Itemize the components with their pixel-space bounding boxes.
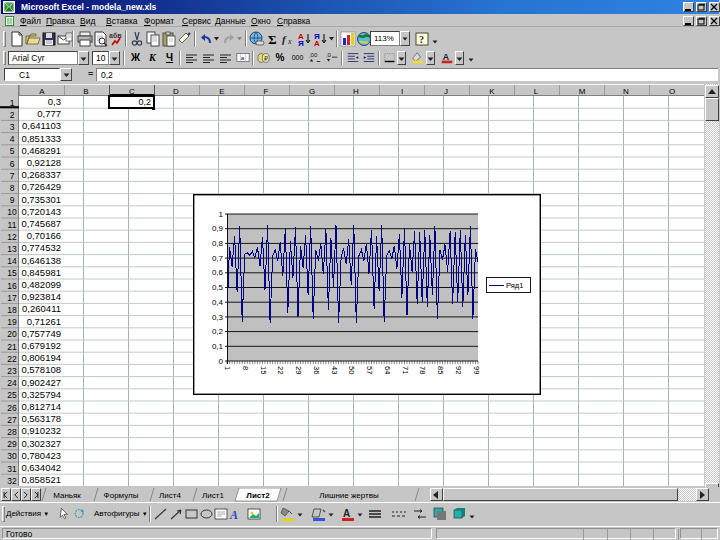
svg-text:14: 14	[7, 256, 17, 266]
svg-text:20: 20	[7, 329, 17, 339]
svg-text:A: A	[39, 87, 45, 96]
svg-text:А: А	[443, 52, 450, 62]
svg-text:0,7: 0,7	[212, 254, 224, 263]
svg-text:А: А	[229, 508, 238, 522]
svg-text:D: D	[173, 87, 179, 96]
svg-text:3: 3	[10, 122, 15, 132]
svg-text:M: M	[579, 87, 586, 96]
svg-text:1: 1	[10, 98, 15, 108]
svg-text:25: 25	[7, 390, 17, 400]
svg-text:Лист1: Лист1	[202, 491, 224, 500]
svg-text:92: 92	[454, 366, 463, 374]
svg-text:50: 50	[347, 366, 356, 374]
svg-text:78: 78	[418, 366, 427, 374]
svg-text:,0: ,0	[326, 51, 332, 58]
svg-text:9: 9	[10, 195, 15, 205]
svg-text:O: O	[669, 87, 675, 96]
svg-text:64: 64	[383, 366, 392, 374]
svg-text:22: 22	[7, 354, 17, 364]
svg-text:0,9: 0,9	[212, 224, 224, 233]
svg-text:0,8: 0,8	[212, 239, 224, 248]
svg-text:H: H	[353, 87, 359, 96]
svg-text:F: F	[264, 87, 269, 96]
svg-text:6: 6	[10, 159, 15, 169]
svg-text:13: 13	[7, 244, 17, 254]
svg-text:0,3: 0,3	[212, 313, 224, 322]
svg-text:12: 12	[7, 232, 17, 242]
svg-text:J: J	[444, 87, 448, 96]
svg-text:2: 2	[10, 110, 15, 120]
svg-text:Лист4: Лист4	[159, 491, 181, 500]
svg-text:0,6: 0,6	[212, 268, 224, 277]
svg-text:21: 21	[7, 342, 17, 352]
svg-text:36: 36	[312, 366, 321, 374]
svg-text:23: 23	[7, 366, 17, 376]
svg-text:30: 30	[7, 451, 17, 461]
svg-text:27: 27	[7, 415, 17, 425]
svg-text:24: 24	[7, 378, 17, 388]
svg-text:57: 57	[365, 366, 374, 374]
svg-text:11: 11	[8, 220, 17, 230]
svg-text:16: 16	[7, 281, 17, 291]
svg-text:8: 8	[10, 183, 15, 193]
svg-text:Формулы: Формулы	[104, 491, 139, 500]
svg-text:А: А	[314, 39, 320, 47]
svg-text:29: 29	[294, 366, 303, 374]
svg-text:₽: ₽	[264, 55, 268, 62]
svg-text:99: 99	[472, 366, 481, 374]
svg-text:a: a	[241, 54, 245, 61]
svg-text:18: 18	[7, 305, 17, 315]
svg-text:Лист2: Лист2	[246, 491, 270, 500]
svg-text:x: x	[287, 37, 292, 46]
svg-text:G: G	[309, 87, 315, 96]
svg-text:абв: абв	[109, 32, 122, 39]
svg-text:K: K	[489, 87, 495, 96]
svg-text:43: 43	[330, 366, 339, 374]
svg-text:29: 29	[7, 439, 17, 449]
svg-text:15: 15	[7, 268, 17, 278]
svg-text:L: L	[534, 87, 539, 96]
svg-text:22: 22	[276, 366, 285, 374]
svg-text:15: 15	[259, 366, 268, 374]
svg-text:Я: Я	[298, 39, 304, 47]
svg-text:31: 31	[7, 464, 17, 474]
svg-text:17: 17	[7, 293, 17, 303]
svg-text:10: 10	[7, 207, 17, 217]
svg-text:19: 19	[7, 317, 17, 327]
svg-text:B: B	[83, 87, 88, 96]
svg-text:Маньяк: Маньяк	[53, 491, 81, 500]
svg-text:N: N	[623, 87, 629, 96]
svg-text:85: 85	[436, 366, 445, 374]
svg-text:0,1: 0,1	[212, 342, 224, 351]
svg-text:26: 26	[7, 403, 17, 413]
svg-text:1: 1	[223, 366, 232, 370]
svg-text:Лишние жертвы: Лишние жертвы	[319, 491, 379, 500]
svg-text:f: f	[282, 33, 287, 45]
svg-text:Σ: Σ	[268, 32, 277, 47]
svg-text:8: 8	[241, 366, 250, 370]
svg-text:0,5: 0,5	[212, 283, 224, 292]
svg-text:1: 1	[219, 210, 224, 219]
svg-text:I: I	[401, 87, 403, 96]
svg-text:E: E	[219, 87, 224, 96]
svg-text:,00: ,00	[309, 51, 318, 58]
svg-text:71: 71	[401, 366, 410, 374]
svg-text:0,4: 0,4	[212, 298, 224, 307]
svg-text:0: 0	[219, 357, 224, 366]
svg-text:Ряд1: Ряд1	[506, 281, 523, 290]
svg-text:32: 32	[7, 476, 17, 486]
svg-text:?: ?	[419, 34, 424, 45]
svg-text:0,2: 0,2	[212, 327, 224, 336]
svg-text:А: А	[343, 508, 350, 519]
svg-text:28: 28	[7, 427, 17, 437]
svg-text:4: 4	[10, 134, 15, 144]
svg-text:5: 5	[10, 146, 15, 156]
svg-text:7: 7	[10, 171, 15, 181]
